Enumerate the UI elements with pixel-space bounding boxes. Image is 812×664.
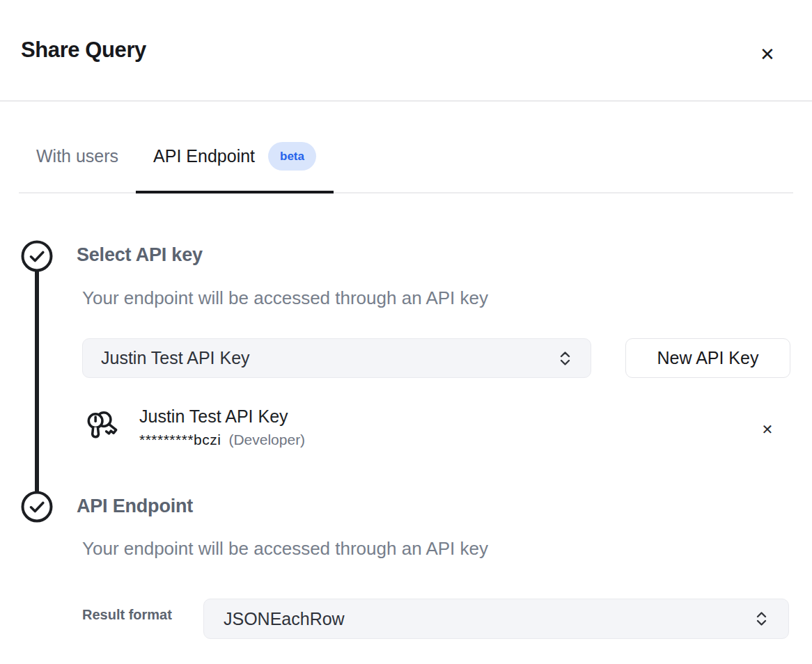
step1-subtitle: Your endpoint will be accessed through a…	[82, 287, 488, 309]
chevron-up-down-icon	[754, 608, 769, 629]
selected-key-role: (Developer)	[228, 432, 305, 448]
step1-title: Select API key	[77, 244, 203, 266]
new-api-key-button-label: New API Key	[657, 348, 759, 368]
new-api-key-button[interactable]: New API Key	[625, 338, 790, 378]
step2-subtitle: Your endpoint will be accessed through a…	[82, 538, 488, 560]
selected-key-meta: *********bczi (Developer)	[139, 432, 305, 448]
result-format-label: Result format	[82, 607, 172, 623]
tab-bar: With users API Endpoint beta	[19, 102, 793, 193]
selected-key-masked-secret: *********bczi	[139, 432, 221, 448]
tab-with-users-label: With users	[36, 146, 118, 166]
chevron-up-down-icon	[558, 348, 572, 369]
tab-with-users[interactable]: With users	[19, 120, 136, 192]
remove-key-icon[interactable]: ✕	[755, 417, 780, 442]
api-key-select-value: Justin Test API Key	[101, 348, 558, 368]
modal-title: Share Query	[21, 38, 146, 63]
keys-icon	[84, 407, 120, 449]
share-query-modal: Share Query ✕ With users API Endpoint be…	[0, 0, 812, 664]
api-key-select[interactable]: Justin Test API Key	[82, 338, 591, 378]
step1-check-circle-icon	[21, 240, 53, 272]
step2-title: API Endpoint	[77, 496, 193, 517]
result-format-select[interactable]: JSONEachRow	[203, 599, 789, 639]
step2-check-circle-icon	[21, 491, 53, 523]
beta-badge: beta	[268, 142, 316, 171]
close-icon[interactable]: ✕	[754, 40, 781, 68]
selected-key-name: Justin Test API Key	[139, 406, 288, 427]
stepper-connector-line	[35, 256, 39, 507]
result-format-select-value: JSONEachRow	[224, 609, 754, 629]
tab-api-endpoint[interactable]: API Endpoint beta	[136, 120, 334, 192]
tab-api-endpoint-label: API Endpoint	[153, 146, 255, 166]
